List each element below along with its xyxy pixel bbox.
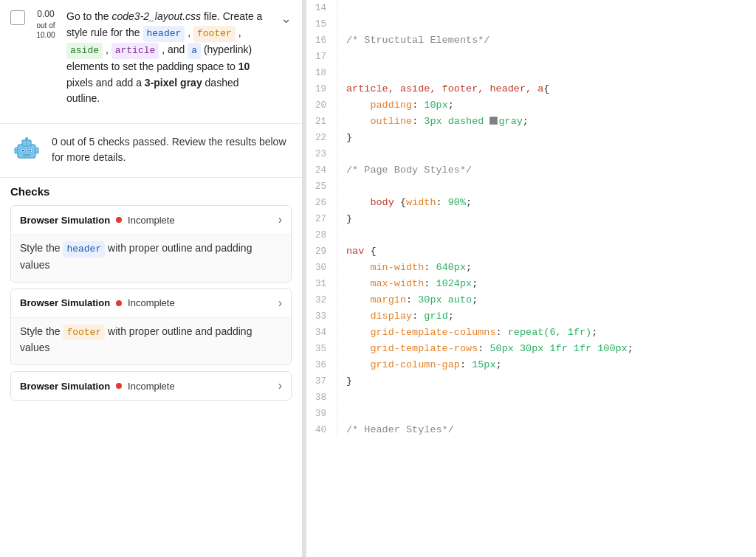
- status-dot-3: [116, 383, 122, 389]
- code-line-15: 15: [306, 16, 756, 32]
- code-line-21: 21 outline: 3px dashed gray;: [306, 114, 756, 130]
- checks-section: Checks Browser Simulation Incomplete › S…: [0, 178, 302, 411]
- check-chevron-2[interactable]: ›: [278, 297, 282, 310]
- code-line-35: 35 grid-template-rows: 50px 30px 1fr 1fr…: [306, 341, 756, 357]
- task-section: 0.00 out of 10.00 Go to the code3-2_layo…: [0, 0, 302, 124]
- code-line-40: 40 /* Header Styles*/: [306, 422, 756, 438]
- check-header-2[interactable]: Browser Simulation Incomplete ›: [11, 289, 291, 317]
- check-item-1: Browser Simulation Incomplete › Style th…: [10, 205, 292, 283]
- code-line-38: 38: [306, 390, 756, 406]
- score-label: out of: [32, 21, 59, 30]
- status-dot-1: [116, 217, 122, 223]
- code-line-31: 31 max-width: 1024px;: [306, 276, 756, 292]
- task-checkbox[interactable]: [10, 10, 25, 25]
- feedback-text: 0 out of 5 checks passed. Review the res…: [52, 134, 292, 165]
- check-type-2: Browser Simulation: [20, 297, 110, 308]
- task-score: 0.00 out of 10.00: [32, 9, 59, 40]
- status-label-2: Incomplete: [128, 297, 175, 308]
- check-header-1[interactable]: Browser Simulation Incomplete ›: [11, 206, 291, 234]
- svg-rect-8: [23, 154, 30, 156]
- code-line-26: 26 body {width: 90%;: [306, 195, 756, 211]
- score-value: 0.00: [32, 9, 59, 21]
- check-tag-1: header: [63, 241, 105, 257]
- tag-footer-ref: footer: [193, 26, 236, 42]
- tag-header-ref: header: [143, 26, 185, 42]
- tag-article-ref: article: [111, 43, 159, 59]
- check-type-1: Browser Simulation: [20, 215, 110, 226]
- code-line-36: 36 grid-column-gap: 15px;: [306, 357, 756, 373]
- svg-point-6: [22, 150, 24, 152]
- status-dot-2: [116, 300, 122, 306]
- checks-title: Checks: [10, 185, 292, 198]
- svg-point-7: [30, 150, 32, 152]
- score-max: 10.00: [32, 30, 59, 40]
- check-body-1: Style the header with proper outline and…: [11, 234, 291, 282]
- check-tag-2: footer: [63, 325, 105, 341]
- tag-aside-ref: aside: [66, 43, 103, 59]
- code-line-17: 17: [306, 49, 756, 65]
- status-label-3: Incomplete: [128, 381, 175, 392]
- check-body-2: Style the footer with proper outline and…: [11, 317, 291, 365]
- task-expand-button[interactable]: ⌄: [281, 10, 292, 27]
- code-line-29: 29 nav {: [306, 243, 756, 260]
- code-line-39: 39: [306, 406, 756, 422]
- check-type-3: Browser Simulation: [20, 381, 110, 392]
- robot-icon: [10, 134, 43, 167]
- code-line-22: 22 }: [306, 130, 756, 146]
- check-item-2: Browser Simulation Incomplete › Style th…: [10, 288, 292, 366]
- code-line-27: 27 }: [306, 211, 756, 227]
- check-header-3[interactable]: Browser Simulation Incomplete ›: [11, 372, 291, 400]
- check-header-left-2: Browser Simulation Incomplete: [20, 297, 175, 308]
- code-line-25: 25: [306, 179, 756, 195]
- code-line-28: 28: [306, 227, 756, 243]
- code-line-33: 33 display: grid;: [306, 308, 756, 325]
- code-line-20: 20 padding: 10px;: [306, 97, 756, 114]
- code-line-23: 23: [306, 146, 756, 162]
- code-line-34: 34 grid-template-columns: repeat(6, 1fr)…: [306, 325, 756, 341]
- status-label-1: Incomplete: [128, 215, 175, 226]
- code-line-37: 37 }: [306, 373, 756, 390]
- code-line-16: 16 /* Structutal Elements*/: [306, 32, 756, 49]
- code-line-30: 30 min-width: 640px;: [306, 260, 756, 276]
- svg-rect-10: [35, 148, 38, 153]
- check-item-3: Browser Simulation Incomplete ›: [10, 371, 292, 401]
- check-chevron-3[interactable]: ›: [278, 379, 282, 392]
- code-line-14: 14: [306, 0, 756, 16]
- left-panel: 0.00 out of 10.00 Go to the code3-2_layo…: [0, 0, 303, 557]
- right-panel: 14 15 16 /* Structutal Elements*/ 17 18 …: [306, 0, 756, 557]
- task-instruction-pre: Go to the: [66, 10, 111, 22]
- tag-a-ref: a: [188, 43, 201, 59]
- svg-rect-9: [15, 148, 18, 153]
- task-filename: code3-2_layout.css: [111, 10, 201, 22]
- code-line-19: 19 article, aside, footer, header, a{: [306, 81, 756, 97]
- code-line-32: 32 margin: 30px auto;: [306, 292, 756, 308]
- code-line-24: 24 /* Page Body Styles*/: [306, 162, 756, 179]
- svg-point-3: [25, 137, 28, 140]
- code-editor[interactable]: 14 15 16 /* Structutal Elements*/ 17 18 …: [306, 0, 756, 557]
- feedback-section: 0 out of 5 checks passed. Review the res…: [0, 124, 302, 178]
- code-line-18: 18: [306, 65, 756, 81]
- check-header-left-1: Browser Simulation Incomplete: [20, 215, 175, 226]
- check-chevron-1[interactable]: ›: [278, 213, 282, 226]
- task-description: Go to the code3-2_layout.css file. Creat…: [66, 9, 273, 107]
- check-header-left-3: Browser Simulation Incomplete: [20, 381, 175, 392]
